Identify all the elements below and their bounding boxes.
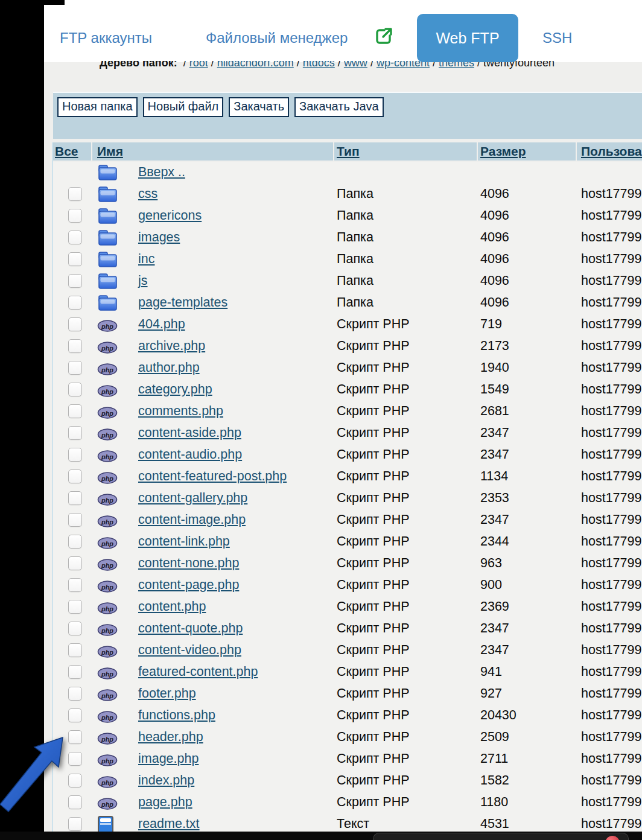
row-checkbox[interactable] <box>68 622 82 635</box>
sort-by-owner-link[interactable]: Пользователь <box>581 144 642 158</box>
file-type: Скрипт PHP <box>337 643 410 658</box>
file-link[interactable]: content-link.php <box>138 534 230 549</box>
svg-text:php: php <box>101 323 113 330</box>
folder-icon <box>97 207 119 226</box>
file-type: Скрипт PHP <box>337 317 410 332</box>
row-checkbox[interactable] <box>68 187 82 201</box>
file-link[interactable]: content-page.php <box>138 578 239 593</box>
row-checkbox[interactable] <box>68 404 82 418</box>
file-owner: host17799 <box>581 425 641 441</box>
sort-by-name-link[interactable]: Имя <box>97 144 123 158</box>
row-checkbox[interactable] <box>68 252 82 266</box>
row-checkbox[interactable] <box>68 209 82 223</box>
breadcrumb-link[interactable]: htdocs <box>303 61 335 69</box>
table-row: phpcontent-image.phpСкрипт PHP2347host17… <box>53 509 642 531</box>
row-checkbox[interactable] <box>68 469 82 483</box>
folder-icon <box>97 250 119 270</box>
file-link[interactable]: category.php <box>138 382 212 397</box>
tab-web-ftp[interactable]: Web FTP <box>417 14 518 62</box>
file-type: Скрипт PHP <box>337 664 410 679</box>
file-link[interactable]: author.php <box>138 360 200 375</box>
file-link[interactable]: footer.php <box>138 686 196 701</box>
table-row: phpcontent-gallery.phpСкрипт PHP2353host… <box>53 488 642 509</box>
file-link[interactable]: page-templates <box>138 295 227 310</box>
upload-button[interactable]: Закачать <box>229 97 289 117</box>
sort-by-size-link[interactable]: Размер <box>480 144 526 158</box>
row-checkbox[interactable] <box>68 448 82 462</box>
file-type: Скрипт PHP <box>337 730 410 745</box>
header-select-all: Все <box>53 142 91 161</box>
row-checkbox[interactable] <box>68 361 82 375</box>
row-checkbox[interactable] <box>68 383 82 396</box>
row-checkbox[interactable] <box>68 600 82 614</box>
file-link[interactable]: content-audio.php <box>138 447 242 462</box>
file-link[interactable]: content-gallery.php <box>138 491 247 506</box>
file-link[interactable]: content-video.php <box>138 643 241 658</box>
file-link[interactable]: archive.php <box>138 339 205 354</box>
row-checkbox[interactable] <box>68 665 82 679</box>
row-checkbox[interactable] <box>68 708 82 722</box>
file-type: Скрипт PHP <box>337 686 410 701</box>
file-size: 719 <box>480 317 502 332</box>
file-link[interactable]: Вверх .. <box>138 165 185 180</box>
svg-text:php: php <box>101 366 113 374</box>
file-link[interactable]: genericons <box>138 208 202 223</box>
file-link[interactable]: inc <box>138 252 154 267</box>
file-link[interactable]: js <box>138 273 148 288</box>
file-link[interactable]: comments.php <box>138 404 223 419</box>
new-folder-button[interactable]: Новая папка <box>57 97 138 117</box>
svg-text:php: php <box>101 714 113 721</box>
row-checkbox[interactable] <box>68 339 82 353</box>
tab-file-manager[interactable]: Файловый менеджер <box>206 30 348 46</box>
file-link[interactable]: image.php <box>138 751 199 766</box>
row-checkbox[interactable] <box>68 426 82 440</box>
file-link[interactable]: page.php <box>138 795 192 810</box>
external-link-icon[interactable] <box>374 27 393 46</box>
row-checkbox[interactable] <box>68 317 82 331</box>
new-file-button[interactable]: Новый файл <box>143 97 224 117</box>
file-owner: host17799 <box>581 686 641 701</box>
file-link[interactable]: header.php <box>138 730 203 745</box>
breadcrumb-link[interactable]: root <box>189 61 208 69</box>
file-link[interactable]: css <box>138 186 157 202</box>
file-link[interactable]: featured-content.php <box>138 664 258 679</box>
row-checkbox[interactable] <box>68 687 82 701</box>
file-link[interactable]: content-quote.php <box>138 621 243 636</box>
row-checkbox[interactable] <box>68 578 82 592</box>
file-link[interactable]: readme.txt <box>138 816 200 832</box>
row-checkbox[interactable] <box>68 274 82 288</box>
breadcrumb-link[interactable]: wp-content <box>377 61 430 69</box>
row-checkbox[interactable] <box>68 231 82 244</box>
sort-by-type-link[interactable]: Тип <box>337 144 360 158</box>
file-size: 1940 <box>480 360 509 375</box>
file-list: Вверх ..cssПапка4096host17799genericonsП… <box>53 162 642 832</box>
file-owner: host17799 <box>581 708 641 723</box>
file-link[interactable]: content.php <box>138 599 206 614</box>
breadcrumb-link[interactable]: hildachdorf.com <box>217 61 294 69</box>
file-type: Скрипт PHP <box>337 447 410 462</box>
row-checkbox[interactable] <box>68 817 82 831</box>
file-type: Папка <box>337 186 373 202</box>
file-link[interactable]: images <box>138 230 180 245</box>
file-link[interactable]: 404.php <box>138 317 185 332</box>
file-type: Скрипт PHP <box>337 599 410 614</box>
row-checkbox[interactable] <box>68 556 82 570</box>
table-row: phpcontent-video.phpСкрипт PHP2347host17… <box>53 640 642 661</box>
row-checkbox[interactable] <box>68 491 82 505</box>
row-checkbox[interactable] <box>68 296 82 310</box>
select-all-link[interactable]: Все <box>55 144 78 158</box>
file-link[interactable]: content-none.php <box>138 556 239 571</box>
file-link[interactable]: content-aside.php <box>138 425 241 441</box>
file-link[interactable]: content-featured-post.php <box>138 469 287 484</box>
upload-java-button[interactable]: Закачать Java <box>294 97 384 117</box>
php-file-icon: php <box>97 598 119 617</box>
row-checkbox[interactable] <box>68 535 82 549</box>
file-link[interactable]: index.php <box>138 773 194 788</box>
file-link[interactable]: content-image.php <box>138 512 246 527</box>
breadcrumb-link[interactable]: www <box>344 61 367 69</box>
row-checkbox[interactable] <box>68 643 82 657</box>
row-checkbox[interactable] <box>68 513 82 527</box>
file-link[interactable]: functions.php <box>138 708 215 723</box>
tab-ssh[interactable]: SSH <box>542 30 572 46</box>
tab-ftp-accounts[interactable]: FTP аккаунты <box>60 30 152 46</box>
